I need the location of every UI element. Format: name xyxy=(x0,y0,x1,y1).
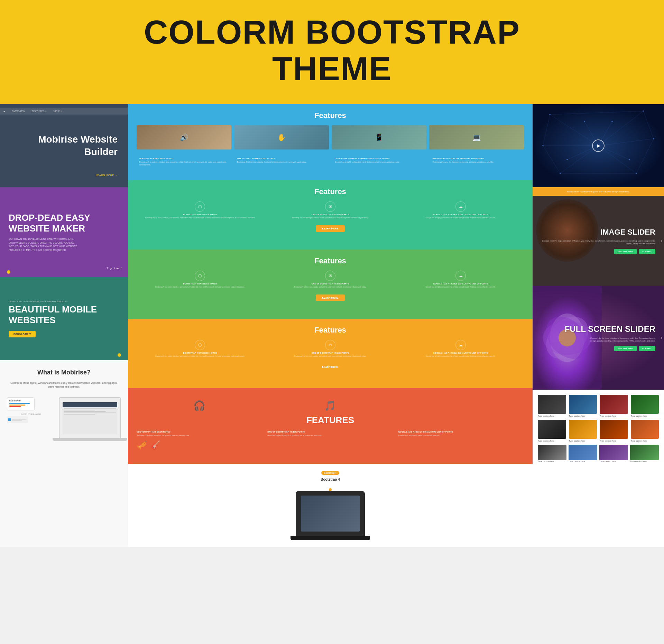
green-fc-title-2: ONE OF BOOTSTRAP 4's BIG POINTS xyxy=(312,283,349,285)
panel-orange-banner: You'll love the development speed and tr… xyxy=(533,187,664,196)
thumb-mobile: 📱 xyxy=(332,125,426,149)
yellow-fc-text-3: Google has a highly exhaustive list of f… xyxy=(425,355,496,357)
feature-card-1: BOOTSTRAP 4 HAS BEEN NOTED Bootstrap 4 i… xyxy=(137,155,231,169)
gallery-thumb-3-1[interactable] xyxy=(538,445,566,460)
teal-col-1: ⬡ BOOTSTRAP 4 HAS BEEN NOTED Bootstrap 4… xyxy=(137,201,264,219)
thumb-laptop: 💻 xyxy=(429,125,524,149)
gallery-caption-2-1: Type caption here xyxy=(538,440,566,442)
features-blue-title: Features xyxy=(137,111,524,120)
green-col-2: ✉ ONE OF BOOTSTRAP 4's BIG POINTS Bootst… xyxy=(267,271,394,288)
panel-purple: DROP-DEAD EASY WEBSITE MAKER CUT DOWN TH… xyxy=(0,187,128,277)
learn-more-btn-yellow[interactable]: LEARN MORE xyxy=(316,364,344,370)
orange-dot-2 xyxy=(118,353,121,357)
coral-col-2: ONE OF BOOTSTRAP 4's BIG POINTS One of t… xyxy=(267,431,393,437)
learn-more-btn-green[interactable]: LEARN MORE xyxy=(316,294,344,301)
left-column: ■ OVERVIEW FEATURES + HELP + Mobirise We… xyxy=(0,104,128,547)
for-windows-btn-1[interactable]: FOR WINDOWS xyxy=(614,249,637,254)
coral-cols: BOOTSTRAP 4 HAS BEEN NOTED Bootstrap 4 h… xyxy=(137,431,524,437)
gallery-thumb-1-1[interactable] xyxy=(538,395,566,414)
nav-help[interactable]: HELP + xyxy=(54,110,62,112)
fullscreen-buttons: FOR WINDOWS FOR MAC xyxy=(614,346,655,351)
gallery-thumb-1-2[interactable] xyxy=(569,395,597,414)
fc-text-1: Bootstrap 4 is a sleek, intuitive, and p… xyxy=(139,161,228,166)
laptop-screen xyxy=(63,402,117,434)
green-icon-2: ✉ xyxy=(325,271,335,281)
teal-fc-text-2: Bootstrap 4 is the most popular and wide… xyxy=(292,217,369,219)
middle-column: Features 🔊 ✋ 📱 💻 BOOTSTRAP 4 HAS BEEN NO… xyxy=(128,104,533,547)
yellow-icon-2: ✉ xyxy=(325,340,335,350)
gallery-thumb-2-3[interactable] xyxy=(600,420,628,439)
fc-title-3: GOOGLE HAS A HIGHLY EXHAUSTIVE LIST OF P… xyxy=(335,157,424,160)
for-windows-btn-2[interactable]: FOR WINDOWS xyxy=(614,346,637,351)
gallery-thumb-1-4[interactable] xyxy=(631,395,659,414)
coral-icon-1: 🎧 xyxy=(137,400,262,411)
for-mac-btn-1[interactable]: FOR MAC xyxy=(639,249,655,254)
download-button[interactable]: DOWNLOAD IT xyxy=(9,331,36,337)
gallery-thumb-2-1[interactable] xyxy=(538,420,566,439)
features-green: Features ⬡ BOOTSTRAP 4 HAS BEEN NOTED Bo… xyxy=(128,250,533,319)
features-green-title: Features xyxy=(137,256,524,265)
learn-more-btn-teal[interactable]: LEARN MORE xyxy=(316,225,344,232)
play-button[interactable] xyxy=(592,139,605,152)
gallery-caption-3-1: Type caption here xyxy=(538,460,566,462)
green-fc-text-1: Bootstrap 4 is a sleek, intuitive, and p… xyxy=(155,286,245,288)
svg-point-21 xyxy=(560,173,561,174)
for-mac-btn-2[interactable]: FOR MAC xyxy=(639,346,655,351)
slider-arrow-left[interactable]: ‹ xyxy=(598,238,600,244)
nav-overview[interactable]: OVERVIEW xyxy=(12,110,25,112)
gallery-caption-2-3: Type caption here xyxy=(600,440,628,442)
thumb-hands: ✋ xyxy=(234,125,329,149)
feature-row-yellow: ⬡ BOOTSTRAP 4 HAS BEEN NOTED Bootstrap 4… xyxy=(137,340,524,357)
gallery-row-1: Type caption here Type caption here Type… xyxy=(538,395,659,417)
linkedin-icon[interactable]: 𝙞𝙣 xyxy=(116,267,119,270)
bar-2 xyxy=(9,405,25,406)
lb-title: Bootstrap 4 xyxy=(321,478,340,481)
slider-arrow-right[interactable]: › xyxy=(661,238,662,244)
gallery-caption-1-4: Type caption here xyxy=(631,415,659,417)
svg-line-3 xyxy=(598,139,654,146)
gallery-row-2: Type caption here Type caption here Type… xyxy=(538,420,659,442)
gallery-thumb-3-4[interactable] xyxy=(630,445,659,460)
green-icon-1: ⬡ xyxy=(195,271,205,281)
pinterest-icon[interactable]: 𝙥 xyxy=(110,267,112,270)
mobirise-title: Mobirise Website Builder xyxy=(10,133,118,158)
feature-row-green: ⬡ BOOTSTRAP 4 HAS BEEN NOTED Bootstrap 4… xyxy=(137,271,524,288)
nav-features[interactable]: FEATURES + xyxy=(32,110,47,112)
yellow-fc-title-3: GOOGLE HAS A HIGHLY EXHAUSTIVE LIST OF P… xyxy=(433,352,488,354)
fullscreen-arrow-right[interactable]: › xyxy=(661,335,662,341)
features-yellow-title: Features xyxy=(137,326,524,335)
features-blue: Features 🔊 ✋ 📱 💻 BOOTSTRAP 4 HAS BEEN NO… xyxy=(128,104,533,180)
coral-bottom-icon-1: 🎺 xyxy=(137,440,147,450)
yellow-fc-title-2: ONE OF BOOTSTRAP 4's BIG POINTS xyxy=(312,352,349,354)
teal-col-3: ☁ GOOGLE HAS A HIGHLY EXHAUSTIVE LIST OF… xyxy=(397,201,524,219)
fullscreen-arrow-left[interactable]: ‹ xyxy=(598,335,600,341)
facebook-icon[interactable]: 𝙛 xyxy=(120,267,121,270)
gallery-thumb-3-2[interactable] xyxy=(569,445,597,460)
green-fc-text-2: Bootstrap 4 is the most popular and wide… xyxy=(294,286,366,288)
boost-text: BOOST YOUR RANKING xyxy=(7,413,55,415)
svg-point-19 xyxy=(542,145,544,146)
gallery-thumb-2-2[interactable] xyxy=(569,420,597,439)
gallery-caption-3-2: Type caption here xyxy=(569,460,597,462)
svg-point-20 xyxy=(653,138,654,139)
feature-card-4: MOBIRISE GIVES YOU THE FREEDOM TO DEVELO… xyxy=(430,155,524,169)
gallery-caption-1-2: Type caption here xyxy=(569,415,597,417)
feature-card-2: ONE OF BOOTSTRAP 4's BIG POINTS Bootstra… xyxy=(234,155,329,169)
coral-col-3: GOOGLE HAS A HIGHLY EXHAUSTIVE LIST OF P… xyxy=(398,431,524,437)
gallery-item-1-1: Type caption here xyxy=(538,395,566,417)
gallery-item-3-1: Type caption here xyxy=(538,445,566,462)
gallery-thumb-2-4[interactable] xyxy=(631,420,659,439)
coral-text-3: Google fonts integration makes your webs… xyxy=(398,434,524,437)
gallery-thumb-1-3[interactable] xyxy=(600,395,628,414)
teal-icon-1: ⬡ xyxy=(195,201,205,212)
teal-fc-text-1: Bootstrap 4 is a sleek, intuitive, and p… xyxy=(145,217,255,219)
instagram-icon[interactable]: 𝙞 xyxy=(114,267,114,270)
fc-title-4: MOBIRISE GIVES YOU THE FREEDOM TO DEVELO… xyxy=(433,157,522,160)
image-slider-buttons: FOR WINDOWS FOR MAC xyxy=(614,249,655,254)
twitter-icon[interactable]: 𝕋 xyxy=(107,267,109,270)
panel-fullscreen-slider: ‹ FULL SCREEN SLIDER Choose from the lar… xyxy=(533,286,664,390)
svg-line-6 xyxy=(550,111,643,115)
gallery-thumb-3-3[interactable] xyxy=(599,445,628,460)
learn-more-link[interactable]: LEARN MORE → xyxy=(96,174,118,177)
gallery-item-2-3: Type caption here xyxy=(600,420,628,442)
